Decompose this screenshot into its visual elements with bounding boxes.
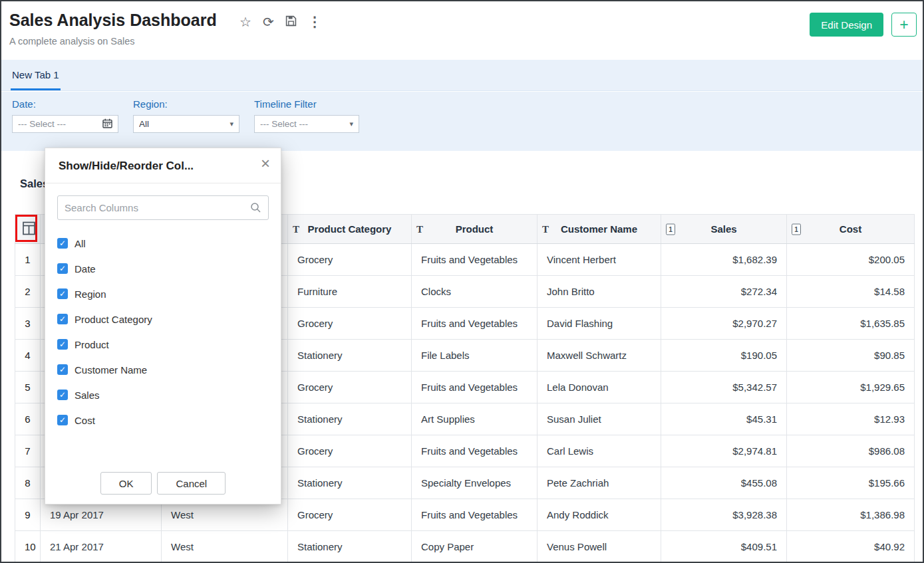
cell-product: Fruits and Vegetables [412, 244, 538, 276]
cell-category: Grocery [288, 499, 412, 531]
row-number-cell: 4 [15, 340, 41, 372]
cell-sales: $1,682.39 [661, 244, 787, 276]
dialog-column-item[interactable]: ✓Product [57, 332, 269, 357]
region-filter-value: All [139, 119, 230, 129]
close-icon[interactable]: × [261, 156, 270, 171]
checkbox-checked-icon[interactable]: ✓ [57, 415, 68, 425]
dialog-column-item[interactable]: ✓Product Category [57, 306, 269, 332]
row-number-cell: 10 [15, 531, 41, 563]
date-filter-label: Date: [12, 98, 118, 110]
cell-product: File Labels [412, 340, 538, 372]
column-header-cost[interactable]: 1Cost [787, 215, 915, 244]
column-header-label: Product Category [308, 223, 392, 235]
cell-sales: $409.51 [661, 531, 787, 563]
cell-customer: John Britto [538, 276, 661, 308]
favorite-star-icon[interactable]: ☆ [239, 15, 251, 29]
column-header-category[interactable]: TProduct Category [288, 215, 412, 244]
cell-category: Stationery [288, 340, 412, 372]
chevron-down-icon: ▾ [230, 120, 233, 128]
dialog-column-label: Date [75, 263, 96, 275]
dialog-column-item[interactable]: ✓Region [57, 281, 269, 306]
page-title: Sales Analysis Dashboard [9, 11, 217, 30]
cell-category: Furniture [288, 276, 412, 308]
column-header-label: Sales [710, 223, 736, 235]
cell-sales: $45.31 [661, 403, 787, 435]
dialog-column-item[interactable]: ✓Cost [57, 407, 269, 433]
row-number-cell: 6 [15, 403, 41, 435]
number-column-icon: 1 [666, 223, 675, 235]
cell-sales: $455.08 [661, 467, 787, 499]
text-column-icon: T [416, 223, 423, 235]
column-header-sales[interactable]: 1Sales [661, 215, 787, 244]
dialog-column-item[interactable]: ✓Date [57, 256, 269, 281]
column-header-product[interactable]: TProduct [412, 215, 538, 244]
cell-cost: $1,929.65 [787, 372, 915, 403]
title-action-icons: ☆ ⟳ ⋮ [239, 15, 322, 29]
dialog-column-label: All [75, 238, 86, 249]
save-icon[interactable] [285, 15, 297, 29]
cell-cost: $40.92 [787, 531, 915, 563]
dialog-header: Show/Hide/Reorder Col... × [45, 148, 281, 183]
refresh-icon[interactable]: ⟳ [263, 15, 274, 29]
calendar-icon[interactable] [102, 118, 112, 130]
column-header-label: Customer Name [561, 223, 637, 235]
row-number-cell: 9 [15, 499, 41, 531]
cell-category: Grocery [288, 308, 412, 340]
cancel-button[interactable]: Cancel [157, 472, 226, 495]
column-search-input[interactable] [58, 202, 250, 213]
cell-cost: $90.85 [787, 340, 915, 372]
checkbox-checked-icon[interactable]: ✓ [57, 263, 68, 274]
cell-customer: Andy Roddick [538, 499, 661, 531]
tab-bar: New Tab 1 [1, 60, 923, 91]
more-options-kebab-icon[interactable]: ⋮ [308, 15, 322, 29]
checkbox-checked-icon[interactable]: ✓ [57, 238, 68, 249]
dialog-column-list: ✓All✓Date✓Region✓Product Category✓Produc… [57, 231, 269, 433]
page-subtitle: A complete analysis on Sales [9, 36, 135, 47]
row-number-cell: 3 [15, 308, 41, 340]
cell-customer: David Flashing [538, 308, 661, 340]
checkbox-checked-icon[interactable]: ✓ [57, 339, 68, 350]
cell-category: Grocery [288, 435, 412, 467]
column-chooser-icon [22, 220, 36, 237]
column-search-box [57, 195, 269, 220]
region-filter-select[interactable]: All ▾ [133, 115, 239, 133]
cell-cost: $195.66 [787, 467, 915, 499]
cell-product: Fruits and Vegetables [412, 435, 538, 467]
row-number-cell: 7 [15, 435, 41, 467]
add-button[interactable]: + [891, 13, 917, 37]
cell-date: 21 Apr 2017 [41, 531, 162, 563]
timeline-filter-label: Timeline Filter [254, 98, 359, 110]
edit-design-button[interactable]: Edit Design [810, 13, 883, 37]
cell-sales: $2,974.81 [661, 435, 787, 467]
date-filter-select[interactable]: --- Select --- [12, 115, 118, 133]
cell-product: Copy Paper [412, 531, 538, 563]
chevron-down-icon: ▾ [349, 120, 353, 128]
dialog-column-item[interactable]: ✓Sales [57, 382, 269, 407]
dialog-column-label: Product [75, 339, 109, 350]
dialog-column-item[interactable]: ✓Customer Name [57, 357, 269, 382]
ok-button[interactable]: OK [100, 472, 152, 495]
checkbox-checked-icon[interactable]: ✓ [57, 364, 68, 375]
number-column-icon: 1 [792, 223, 801, 235]
cell-category: Grocery [288, 244, 412, 276]
cell-cost: $1,635.85 [787, 308, 915, 340]
column-chooser-button[interactable] [15, 215, 41, 244]
filter-bar: Date: --- Select --- Region: All ▾ Timel… [1, 92, 923, 151]
column-header-label: Product [456, 223, 494, 235]
timeline-filter-select[interactable]: --- Select --- ▾ [254, 115, 359, 133]
cell-category: Stationery [288, 467, 412, 499]
tab-new-tab-1[interactable]: New Tab 1 [11, 60, 61, 90]
checkbox-checked-icon[interactable]: ✓ [57, 288, 68, 299]
dialog-column-item[interactable]: ✓All [57, 231, 269, 256]
cell-cost: $986.08 [787, 435, 915, 467]
cell-customer: Carl Lewis [538, 435, 661, 467]
date-filter-value: --- Select --- [18, 119, 102, 129]
report-content: Sales TTTProduct CategoryTProductTCustom… [1, 151, 923, 563]
dialog-column-label: Customer Name [75, 364, 147, 376]
checkbox-checked-icon[interactable]: ✓ [57, 314, 68, 324]
dialog-column-label: Sales [75, 390, 100, 401]
row-number-cell: 5 [15, 372, 41, 403]
text-column-icon: T [542, 223, 549, 235]
checkbox-checked-icon[interactable]: ✓ [57, 390, 68, 400]
column-header-customer[interactable]: TCustomer Name [538, 215, 661, 244]
